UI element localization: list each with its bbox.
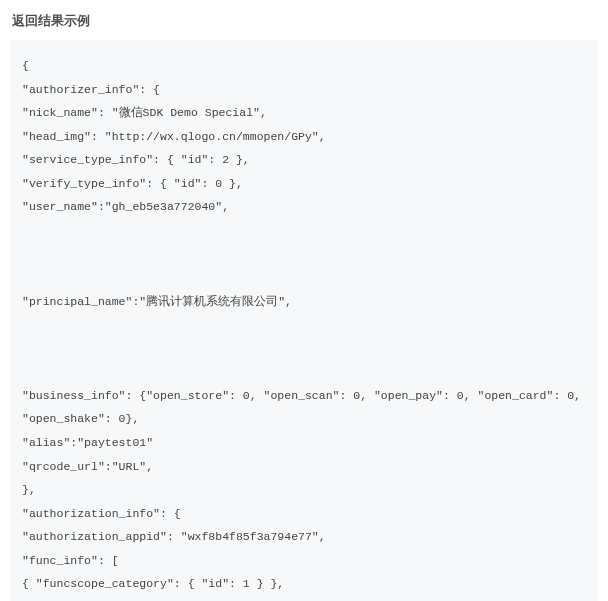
- code-block: { "authorizer_info": { "nick_name": "微信S…: [10, 40, 598, 601]
- section-heading: 返回结果示例: [12, 12, 598, 30]
- code-text: { "authorizer_info": { "nick_name": "微信S…: [22, 59, 588, 601]
- document-container: 返回结果示例 { "authorizer_info": { "nick_name…: [0, 0, 608, 601]
